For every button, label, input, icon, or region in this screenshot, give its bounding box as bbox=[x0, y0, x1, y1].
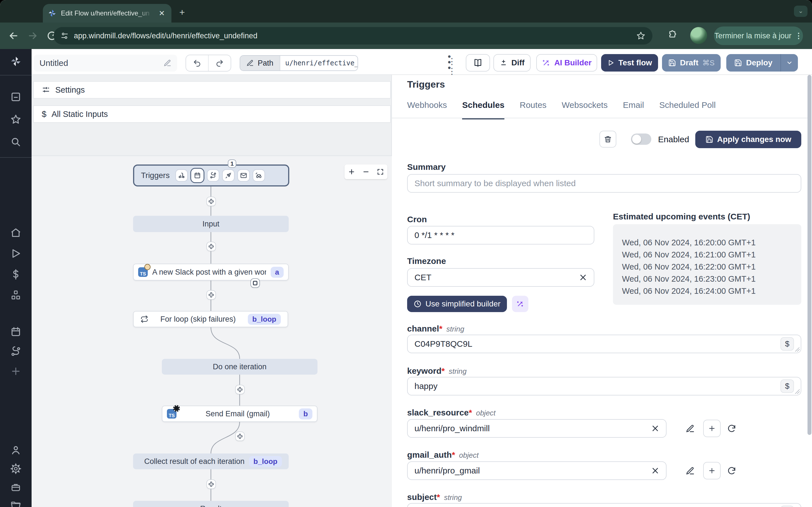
address-bar[interactable]: app.windmill.dev/flows/edit/u/henri/effe… bbox=[54, 27, 652, 45]
timezone-input[interactable]: CET bbox=[407, 268, 594, 287]
edit-pencil-icon[interactable] bbox=[163, 59, 171, 67]
refresh-resource-icon[interactable] bbox=[727, 424, 737, 433]
tab-close-icon[interactable]: ✕ bbox=[157, 9, 166, 18]
variable-picker-button[interactable]: $ bbox=[780, 506, 794, 507]
tab-webhooks[interactable]: Webhooks bbox=[407, 100, 447, 119]
resize-handle[interactable] bbox=[795, 389, 800, 394]
resize-handle[interactable] bbox=[795, 347, 800, 351]
insert-step-button[interactable] bbox=[206, 242, 216, 251]
flow-graph-canvas[interactable]: Triggers 1 bbox=[32, 156, 392, 507]
webhook-trigger-icon[interactable] bbox=[176, 170, 187, 181]
variable-picker-button[interactable]: $ bbox=[780, 379, 794, 393]
deploy-button[interactable]: Deploy bbox=[726, 54, 798, 71]
undo-button[interactable] bbox=[186, 55, 209, 71]
zoom-out-icon[interactable] bbox=[362, 168, 370, 175]
path-input[interactable]: u/henri/effective_undef bbox=[280, 56, 357, 70]
routes-icon[interactable] bbox=[10, 346, 21, 357]
schedule-trigger-icon[interactable] bbox=[191, 169, 204, 182]
insert-step-button[interactable] bbox=[235, 385, 245, 394]
edit-resource-icon[interactable] bbox=[686, 424, 695, 433]
variables-icon[interactable] bbox=[10, 269, 21, 280]
route-trigger-icon[interactable] bbox=[207, 170, 219, 181]
extensions-icon[interactable] bbox=[668, 30, 678, 40]
send-email-node[interactable]: TS Send Email (gmail) b bbox=[162, 406, 317, 422]
tab-scheduled-poll[interactable]: Scheduled Poll bbox=[659, 100, 716, 119]
do-one-iteration-node[interactable]: Do one iteration bbox=[162, 359, 317, 375]
add-resource-button[interactable] bbox=[703, 420, 721, 437]
scheduled-poll-trigger-icon[interactable] bbox=[253, 170, 264, 181]
browser-update-button[interactable]: Terminer la mise à jour ⋮ bbox=[714, 26, 803, 45]
slack-resource-input[interactable]: u/henri/pro_windmill bbox=[407, 419, 666, 438]
zoom-in-icon[interactable] bbox=[348, 168, 355, 175]
apps-icon[interactable] bbox=[10, 91, 21, 103]
flow-name-field[interactable]: Untitled bbox=[34, 55, 177, 71]
tab-email[interactable]: Email bbox=[623, 100, 644, 119]
keyword-input[interactable]: happy $ bbox=[407, 377, 801, 395]
clear-timezone-icon[interactable] bbox=[579, 274, 587, 281]
new-tab-button[interactable]: + bbox=[179, 7, 185, 17]
tab-schedules[interactable]: Schedules bbox=[462, 100, 504, 119]
folders-icon[interactable] bbox=[10, 500, 21, 507]
summary-input[interactable]: Short summary to be displayed when liste… bbox=[407, 174, 801, 193]
tab-search-chevron-icon[interactable]: ⌄ bbox=[794, 6, 808, 17]
forward-icon[interactable] bbox=[27, 30, 38, 41]
toolbar-kebab-icon[interactable]: ••• bbox=[448, 54, 451, 70]
diff-button[interactable]: Diff bbox=[493, 54, 530, 71]
windmill-logo-icon[interactable] bbox=[10, 56, 21, 67]
fit-view-icon[interactable] bbox=[377, 168, 384, 175]
add-icon[interactable] bbox=[10, 365, 21, 377]
early-stop-indicator[interactable] bbox=[250, 278, 260, 288]
docs-button[interactable] bbox=[466, 54, 490, 71]
refresh-resource-icon[interactable] bbox=[727, 466, 737, 475]
all-static-inputs-row[interactable]: $ All Static Inputs bbox=[33, 105, 391, 123]
ai-cron-button[interactable] bbox=[512, 296, 528, 312]
workers-icon[interactable] bbox=[10, 482, 21, 493]
add-resource-button[interactable] bbox=[703, 462, 721, 480]
tab-routes[interactable]: Routes bbox=[520, 100, 546, 119]
profile-avatar[interactable] bbox=[690, 27, 707, 44]
path-label-badge[interactable]: Path bbox=[240, 56, 280, 70]
browser-tab[interactable]: Edit Flow u/henri/effective_un ✕ bbox=[43, 4, 171, 22]
site-settings-icon[interactable] bbox=[60, 32, 69, 40]
deploy-dropdown-button[interactable] bbox=[780, 54, 798, 71]
websocket-trigger-icon[interactable] bbox=[223, 170, 234, 181]
insert-step-button[interactable] bbox=[206, 480, 216, 489]
test-flow-button[interactable]: Test flow bbox=[601, 54, 658, 71]
clear-resource-icon[interactable] bbox=[651, 425, 659, 432]
collect-result-node[interactable]: Collect result of each iteration b_loop bbox=[133, 453, 289, 469]
subject-input[interactable]: $ bbox=[407, 503, 801, 507]
gmail-auth-input[interactable]: u/henri/pro_gmail bbox=[407, 461, 666, 480]
back-icon[interactable] bbox=[8, 30, 19, 41]
ai-builder-button[interactable]: AI Builder bbox=[536, 54, 597, 71]
forloop-node[interactable]: For loop (skip failures) b_loop bbox=[133, 311, 288, 327]
draft-button[interactable]: Draft ⌘S bbox=[662, 54, 721, 71]
insert-step-button[interactable] bbox=[206, 196, 216, 206]
search-icon[interactable] bbox=[10, 136, 21, 148]
favorites-star-icon[interactable] bbox=[10, 114, 21, 125]
simplified-builder-button[interactable]: Use simplified builder bbox=[407, 296, 507, 312]
settings-gear-icon[interactable] bbox=[10, 463, 21, 474]
flow-settings-row[interactable]: Settings bbox=[33, 81, 391, 99]
insert-step-button[interactable] bbox=[235, 432, 245, 441]
triggers-node[interactable]: Triggers bbox=[133, 165, 289, 186]
input-node[interactable]: Input bbox=[133, 216, 289, 232]
redo-button[interactable] bbox=[209, 55, 231, 71]
runs-icon[interactable] bbox=[10, 248, 21, 259]
cron-input[interactable]: 0 */1 * * * * bbox=[407, 226, 594, 244]
tab-websockets[interactable]: Websockets bbox=[562, 100, 608, 119]
home-icon[interactable] bbox=[10, 227, 21, 238]
resources-icon[interactable] bbox=[10, 290, 21, 301]
channel-input[interactable]: C04P9T8QC9L $ bbox=[407, 335, 801, 353]
bookmark-star-icon[interactable] bbox=[636, 31, 646, 41]
clear-resource-icon[interactable] bbox=[651, 467, 659, 474]
browser-menu-kebab-icon[interactable]: ⋮ bbox=[795, 31, 802, 40]
user-icon[interactable] bbox=[10, 445, 21, 456]
insert-step-button[interactable] bbox=[206, 290, 216, 300]
result-node[interactable]: Result bbox=[133, 501, 289, 507]
variable-picker-button[interactable]: $ bbox=[780, 337, 794, 351]
delete-schedule-button[interactable] bbox=[599, 131, 616, 148]
email-trigger-icon[interactable] bbox=[238, 170, 249, 181]
enabled-toggle[interactable] bbox=[631, 133, 651, 145]
page-scrollbar[interactable] bbox=[808, 75, 811, 435]
edit-resource-icon[interactable] bbox=[686, 466, 695, 475]
